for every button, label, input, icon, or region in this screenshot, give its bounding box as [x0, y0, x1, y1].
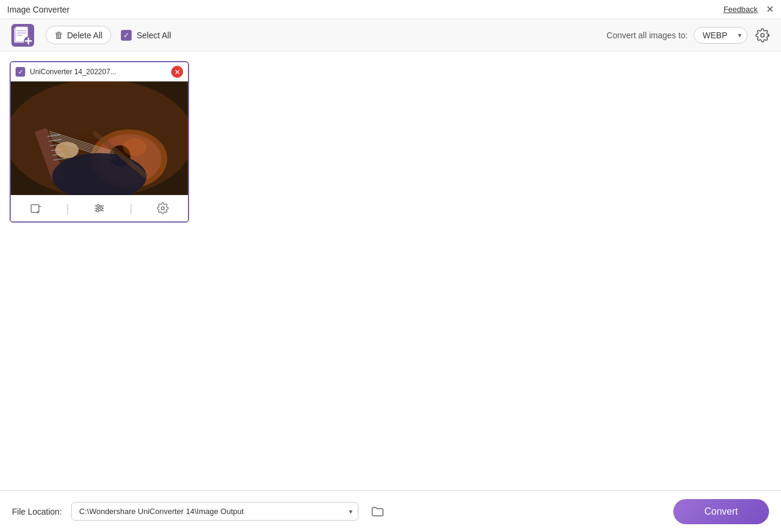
- browse-folder-button[interactable]: [368, 502, 387, 521]
- card-image: [11, 81, 188, 195]
- card-header: ✓ UniConverter 14_202207... ✕: [11, 62, 188, 81]
- divider-1: |: [66, 202, 69, 215]
- svg-point-9: [761, 34, 764, 37]
- select-all-label: Select All: [136, 31, 171, 40]
- card-filename: UniConverter 14_202207...: [30, 68, 166, 76]
- format-select-wrap: WEBP JPG PNG BMP TIFF GIF ▾: [694, 27, 747, 44]
- main-content: ✓ UniConverter 14_202207... ✕: [0, 51, 781, 490]
- svg-point-44: [100, 207, 102, 209]
- divider-2: |: [129, 202, 132, 215]
- bottom-bar: File Location: C:\Wondershare UniConvert…: [0, 490, 781, 532]
- global-settings-button[interactable]: [753, 26, 771, 44]
- card-close-button[interactable]: ✕: [171, 66, 183, 78]
- toolbar-right: Convert all images to: WEBP JPG PNG BMP …: [607, 26, 771, 44]
- file-path-select-wrap: C:\Wondershare UniConverter 14\Image Out…: [71, 502, 358, 521]
- title-bar-right: Feedback ✕: [724, 5, 774, 14]
- title-bar-left: Image Converter: [7, 5, 69, 14]
- file-location-label: File Location:: [12, 507, 62, 516]
- card-settings-button[interactable]: [154, 200, 171, 217]
- file-path-select[interactable]: C:\Wondershare UniConverter 14\Image Out…: [71, 502, 358, 521]
- feedback-link[interactable]: Feedback: [724, 5, 758, 14]
- svg-point-32: [59, 144, 66, 149]
- convert-button[interactable]: Convert: [673, 499, 769, 524]
- adjust-button[interactable]: [91, 200, 108, 217]
- svg-point-35: [123, 138, 146, 156]
- card-footer: | |: [11, 195, 188, 221]
- format-select[interactable]: WEBP JPG PNG BMP TIFF GIF: [694, 27, 747, 44]
- svg-point-34: [65, 152, 72, 157]
- add-image-button[interactable]: [10, 22, 36, 48]
- card-checkbox[interactable]: ✓: [16, 67, 25, 77]
- trash-icon: 🗑: [54, 30, 63, 40]
- svg-point-43: [97, 205, 99, 207]
- title-bar: Image Converter Feedback ✕: [0, 0, 781, 19]
- resize-button[interactable]: [28, 200, 44, 217]
- image-card: ✓ UniConverter 14_202207... ✕: [10, 61, 189, 223]
- svg-point-45: [96, 209, 99, 212]
- svg-point-46: [161, 207, 164, 210]
- toolbar: 🗑 Delete All ✓ Select All Convert all im…: [0, 19, 781, 51]
- select-all-checkbox[interactable]: ✓ Select All: [121, 30, 171, 41]
- close-button[interactable]: ✕: [766, 5, 774, 14]
- convert-all-label: Convert all images to:: [607, 31, 688, 40]
- delete-all-label: Delete All: [67, 31, 102, 40]
- delete-all-button[interactable]: 🗑 Delete All: [45, 26, 111, 44]
- checkbox-icon: ✓: [121, 30, 132, 41]
- app-title: Image Converter: [7, 5, 69, 14]
